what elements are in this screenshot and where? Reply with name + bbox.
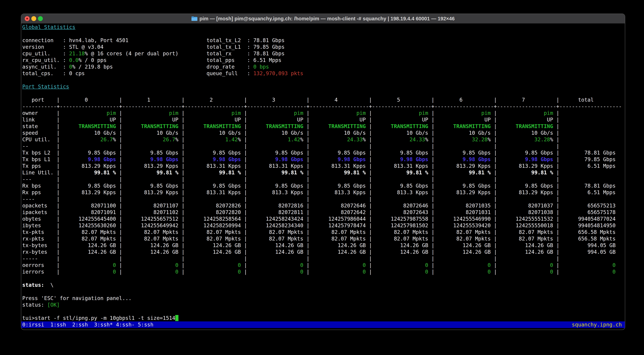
minimize-button[interactable]: [31, 16, 36, 21]
port-table-row-rx-bytes: rx-bytes | 124.26 GB | 124.26 GB | 124.2…: [22, 249, 625, 255]
port-table-row-owner: owner | pim | pim | pim | pim | pim | pi…: [22, 110, 625, 116]
global-stat-line: total_cps. : 0 cps queue_full : 132,970,…: [22, 70, 625, 77]
port-table-row-rx-pkts: rx-pkts | 82.07 Mpkts | 82.07 Mpkts | 82…: [22, 236, 625, 242]
status-spinner-line: status: \: [22, 282, 625, 288]
port-table-header-row: port | 0 | 1 | 2 | 3 | 4 | 5 | 6 | 7 | t…: [22, 96, 625, 103]
port-table-row-: ----- | | | | | | | | |: [22, 255, 625, 262]
terminal-screen[interactable]: Global Statisticsconnection : hvn4.lab, …: [21, 24, 625, 330]
port-table-row-speed: speed | 10 Gb/s | 10 Gb/s | 10 Gb/s | 10…: [22, 130, 625, 136]
port-table-row-obytes: obytes | 124255645400 | 124255657512 | 1…: [22, 216, 625, 222]
blank-line: [22, 308, 625, 315]
port-table-row-ierrors: ierrors | 0 | 0 | 0 | 0 | 0 | 0 | 0 | 0 …: [22, 268, 625, 275]
port-table-row-: ---- | | | | | | | | |: [22, 196, 625, 202]
command-line[interactable]: tui>start -f stl/ipng.py -m 10gbpsl1 -t …: [22, 315, 625, 322]
port-table-row-link: link | UP | UP | UP | UP | UP | UP | UP …: [22, 116, 625, 123]
port-table-row-state: state | TRANSMITTING | TRANSMITTING | TR…: [22, 123, 625, 130]
global-stat-line: cpu_util. : 21.18% @ 16 cores (4 per dua…: [22, 50, 625, 57]
port-table-row-: --- | | | | | | | | |: [22, 176, 625, 182]
screen-status-bar: 0:irssi 1:ssh 2:ssh 3:ssh* 4:ssh- 5:ssh …: [21, 322, 625, 328]
port-table-row-Tx-bps-L1: Tx bps L1 | 9.98 Gbps | 9.98 Gbps | 9.98…: [22, 156, 625, 163]
blank-line: [22, 77, 625, 83]
window-title-text: pim — [mosh] pim@squanchy.ipng.ch: /home…: [200, 16, 455, 22]
port-table-row-ipackets: ipackets | 82071091 | 82071102 | 8207282…: [22, 209, 625, 216]
global-stat-line: rx_cpu_util. : 0.0% / 0 pps total_pps : …: [22, 57, 625, 64]
port-statistics-heading: Port Statistics: [22, 83, 625, 90]
global-stat-line: async_util. : 0% / 219.8 bps drop_rate :…: [22, 64, 625, 70]
window-title-bar: pim — [mosh] pim@squanchy.ipng.ch: /home…: [21, 14, 625, 24]
folder-icon: [192, 16, 198, 21]
global-stat-line: version : STL @ v3.04 total_tx_L1 : 79.8…: [22, 44, 625, 50]
blank-line: [22, 30, 625, 37]
port-table-row-Rx-pps: Rx pps | 813.29 Kpps | 813.29 Kpps | 813…: [22, 189, 625, 196]
port-table-row-CPU-util: CPU util. | 26.7% | 26.7% | 1.42% | 1.42…: [22, 136, 625, 143]
zoom-button[interactable]: [38, 16, 43, 21]
port-table-row-tx-pkts: tx-pkts | 82.07 Mpkts | 82.07 Mpkts | 82…: [22, 229, 625, 236]
blank-line: [22, 275, 625, 282]
port-table-row-Rx-bps: Rx bps | 9.85 Gbps | 9.85 Gbps | 9.85 Gb…: [22, 182, 625, 189]
blank-line: [22, 90, 625, 96]
port-table-row-tx-bytes: tx-bytes | 124.26 GB | 124.26 GB | 124.2…: [22, 242, 625, 249]
table-separator-line: -----------+-------------------+--------…: [22, 103, 625, 110]
esc-hint-line: Press 'ESC' for navigation panel...: [22, 295, 625, 302]
port-table-row-ibytes: ibytes | 124255630260 | 124255649942 | 1…: [22, 222, 625, 229]
traffic-lights: [25, 16, 43, 21]
global-statistics-heading: Global Statistics: [22, 24, 625, 30]
port-table-row-: -- | | | | | | | | |: [22, 143, 625, 150]
terminal-window: pim — [mosh] pim@squanchy.ipng.ch: /home…: [21, 14, 625, 330]
port-table-row-opackets: opackets | 82071100 | 82071107 | 8207282…: [22, 202, 625, 209]
close-button[interactable]: [25, 16, 30, 21]
blank-line: [22, 288, 625, 295]
text-cursor: [175, 315, 178, 321]
global-stat-line: connection : hvn4.lab, Port 4501 total_t…: [22, 37, 625, 44]
port-table-row-Line-Util: Line Util. | 99.81 % | 99.81 % | 99.81 %…: [22, 169, 625, 176]
window-title: pim — [mosh] pim@squanchy.ipng.ch: /home…: [192, 16, 455, 22]
port-table-row-oerrors: oerrors | 0 | 0 | 0 | 0 | 0 | 0 | 0 | 0 …: [22, 262, 625, 268]
port-table-row-Tx-pps: Tx pps | 813.29 Kpps | 813.29 Kpps | 813…: [22, 163, 625, 169]
port-table-row-Tx-bps-L2: Tx bps L2 | 9.85 Gbps | 9.85 Gbps | 9.85…: [22, 150, 625, 156]
status-ok-line: status: [OK]: [22, 302, 625, 308]
desktop: pim — [mosh] pim@squanchy.ipng.ch: /home…: [0, 0, 644, 355]
